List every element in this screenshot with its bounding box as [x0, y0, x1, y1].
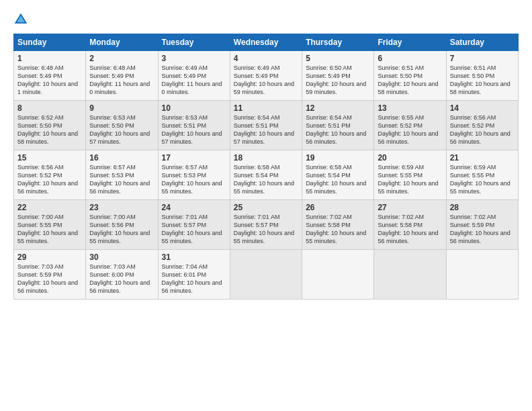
cell-info: Sunrise: 6:56 AMSunset: 5:52 PMDaylight:…: [450, 113, 515, 146]
day-cell: 30Sunrise: 7:03 AMSunset: 6:00 PMDayligh…: [86, 250, 158, 300]
day-number: 31: [162, 253, 227, 262]
cell-info: Sunrise: 7:01 AMSunset: 5:57 PMDaylight:…: [162, 213, 227, 246]
day-number: 4: [234, 54, 299, 63]
day-number: 5: [306, 54, 371, 63]
day-cell: 16Sunrise: 6:57 AMSunset: 5:53 PMDayligh…: [86, 150, 158, 200]
cell-info: Sunrise: 6:56 AMSunset: 5:52 PMDaylight:…: [17, 163, 83, 196]
day-number: 10: [162, 103, 227, 113]
day-cell: 10Sunrise: 6:53 AMSunset: 5:51 PMDayligh…: [158, 101, 230, 150]
week-row-2: 8Sunrise: 6:52 AMSunset: 5:50 PMDaylight…: [14, 101, 519, 150]
cell-info: Sunrise: 6:59 AMSunset: 5:55 PMDaylight:…: [378, 163, 443, 196]
cell-info: Sunrise: 6:58 AMSunset: 5:54 PMDaylight:…: [306, 163, 371, 196]
day-number: 18: [234, 153, 299, 163]
day-cell: [230, 250, 302, 300]
calendar-table: Sunday Monday Tuesday Wednesday Thursday…: [13, 34, 519, 300]
week-row-4: 22Sunrise: 7:00 AMSunset: 5:55 PMDayligh…: [14, 200, 519, 250]
cell-info: Sunrise: 6:55 AMSunset: 5:52 PMDaylight:…: [378, 113, 443, 146]
col-saturday: Saturday: [446, 34, 518, 51]
day-number: 24: [162, 203, 227, 212]
day-cell: 20Sunrise: 6:59 AMSunset: 5:55 PMDayligh…: [374, 150, 446, 200]
day-number: 8: [17, 103, 83, 113]
day-number: 13: [378, 103, 443, 113]
day-number: 28: [450, 203, 515, 212]
cell-info: Sunrise: 7:01 AMSunset: 5:57 PMDaylight:…: [234, 213, 299, 246]
day-cell: 26Sunrise: 7:02 AMSunset: 5:58 PMDayligh…: [302, 200, 374, 250]
day-cell: 15Sunrise: 6:56 AMSunset: 5:52 PMDayligh…: [14, 150, 86, 200]
cell-info: Sunrise: 6:51 AMSunset: 5:50 PMDaylight:…: [450, 64, 515, 97]
header: [13, 12, 519, 27]
col-sunday: Sunday: [14, 34, 86, 51]
col-thursday: Thursday: [302, 34, 374, 51]
day-number: 26: [306, 203, 371, 212]
cell-info: Sunrise: 6:49 AMSunset: 5:49 PMDaylight:…: [162, 64, 227, 97]
week-row-3: 15Sunrise: 6:56 AMSunset: 5:52 PMDayligh…: [14, 150, 519, 200]
cell-info: Sunrise: 6:51 AMSunset: 5:50 PMDaylight:…: [378, 64, 443, 97]
day-cell: 2Sunrise: 6:48 AMSunset: 5:49 PMDaylight…: [86, 51, 158, 101]
cell-info: Sunrise: 6:57 AMSunset: 5:53 PMDaylight:…: [162, 163, 227, 196]
day-cell: 23Sunrise: 7:00 AMSunset: 5:56 PMDayligh…: [86, 200, 158, 250]
cell-info: Sunrise: 7:02 AMSunset: 5:58 PMDaylight:…: [378, 213, 443, 246]
day-number: 14: [450, 103, 515, 113]
cell-info: Sunrise: 6:48 AMSunset: 5:49 PMDaylight:…: [17, 64, 83, 97]
cell-info: Sunrise: 7:00 AMSunset: 5:56 PMDaylight:…: [89, 213, 154, 246]
day-number: 1: [17, 54, 83, 63]
day-number: 17: [162, 153, 227, 163]
day-cell: 9Sunrise: 6:53 AMSunset: 5:50 PMDaylight…: [86, 101, 158, 150]
day-cell: 1Sunrise: 6:48 AMSunset: 5:49 PMDaylight…: [14, 51, 86, 101]
day-number: 15: [17, 153, 83, 163]
cell-info: Sunrise: 7:00 AMSunset: 5:55 PMDaylight:…: [17, 213, 83, 246]
day-cell: 25Sunrise: 7:01 AMSunset: 5:57 PMDayligh…: [230, 200, 302, 250]
cell-info: Sunrise: 7:04 AMSunset: 6:01 PMDaylight:…: [162, 263, 227, 295]
day-cell: 6Sunrise: 6:51 AMSunset: 5:50 PMDaylight…: [374, 51, 446, 101]
cell-info: Sunrise: 6:49 AMSunset: 5:49 PMDaylight:…: [234, 64, 299, 97]
cell-info: Sunrise: 7:03 AMSunset: 6:00 PMDaylight:…: [89, 263, 154, 295]
day-number: 12: [306, 103, 371, 113]
col-friday: Friday: [374, 34, 446, 51]
day-number: 29: [17, 253, 83, 262]
cell-info: Sunrise: 7:02 AMSunset: 5:58 PMDaylight:…: [306, 213, 371, 246]
cell-info: Sunrise: 6:53 AMSunset: 5:51 PMDaylight:…: [162, 113, 227, 146]
day-number: 27: [378, 203, 443, 212]
day-cell: [374, 250, 446, 300]
day-number: 23: [89, 203, 154, 212]
header-row: Sunday Monday Tuesday Wednesday Thursday…: [14, 34, 519, 51]
page: Sunday Monday Tuesday Wednesday Thursday…: [0, 0, 532, 411]
cell-info: Sunrise: 6:58 AMSunset: 5:54 PMDaylight:…: [234, 163, 299, 196]
day-cell: 11Sunrise: 6:54 AMSunset: 5:51 PMDayligh…: [230, 101, 302, 150]
day-cell: [446, 250, 518, 300]
day-number: 11: [234, 103, 299, 113]
day-cell: 8Sunrise: 6:52 AMSunset: 5:50 PMDaylight…: [14, 101, 86, 150]
week-row-5: 29Sunrise: 7:03 AMSunset: 5:59 PMDayligh…: [14, 250, 519, 300]
day-number: 30: [89, 253, 154, 262]
day-cell: 3Sunrise: 6:49 AMSunset: 5:49 PMDaylight…: [158, 51, 230, 101]
day-cell: 19Sunrise: 6:58 AMSunset: 5:54 PMDayligh…: [302, 150, 374, 200]
day-number: 25: [234, 203, 299, 212]
day-number: 6: [378, 54, 443, 63]
logo: [13, 12, 31, 27]
day-cell: 21Sunrise: 6:59 AMSunset: 5:55 PMDayligh…: [446, 150, 518, 200]
cell-info: Sunrise: 6:48 AMSunset: 5:49 PMDaylight:…: [89, 64, 154, 97]
day-cell: 22Sunrise: 7:00 AMSunset: 5:55 PMDayligh…: [14, 200, 86, 250]
col-wednesday: Wednesday: [230, 34, 302, 51]
day-number: 2: [89, 54, 154, 63]
day-cell: 12Sunrise: 6:54 AMSunset: 5:51 PMDayligh…: [302, 101, 374, 150]
day-number: 22: [17, 203, 83, 212]
day-number: 16: [89, 153, 154, 163]
day-cell: 31Sunrise: 7:04 AMSunset: 6:01 PMDayligh…: [158, 250, 230, 300]
day-cell: 28Sunrise: 7:02 AMSunset: 5:59 PMDayligh…: [446, 200, 518, 250]
col-tuesday: Tuesday: [158, 34, 230, 51]
day-cell: 27Sunrise: 7:02 AMSunset: 5:58 PMDayligh…: [374, 200, 446, 250]
day-cell: 7Sunrise: 6:51 AMSunset: 5:50 PMDaylight…: [446, 51, 518, 101]
week-row-1: 1Sunrise: 6:48 AMSunset: 5:49 PMDaylight…: [14, 51, 519, 101]
cell-info: Sunrise: 6:53 AMSunset: 5:50 PMDaylight:…: [89, 113, 154, 146]
day-number: 3: [162, 54, 227, 63]
cell-info: Sunrise: 6:59 AMSunset: 5:55 PMDaylight:…: [450, 163, 515, 196]
cell-info: Sunrise: 6:52 AMSunset: 5:50 PMDaylight:…: [17, 113, 83, 146]
day-cell: [302, 250, 374, 300]
day-cell: 13Sunrise: 6:55 AMSunset: 5:52 PMDayligh…: [374, 101, 446, 150]
day-cell: 4Sunrise: 6:49 AMSunset: 5:49 PMDaylight…: [230, 51, 302, 101]
day-number: 21: [450, 153, 515, 163]
cell-info: Sunrise: 7:02 AMSunset: 5:59 PMDaylight:…: [450, 213, 515, 246]
day-cell: 5Sunrise: 6:50 AMSunset: 5:49 PMDaylight…: [302, 51, 374, 101]
day-number: 9: [89, 103, 154, 113]
